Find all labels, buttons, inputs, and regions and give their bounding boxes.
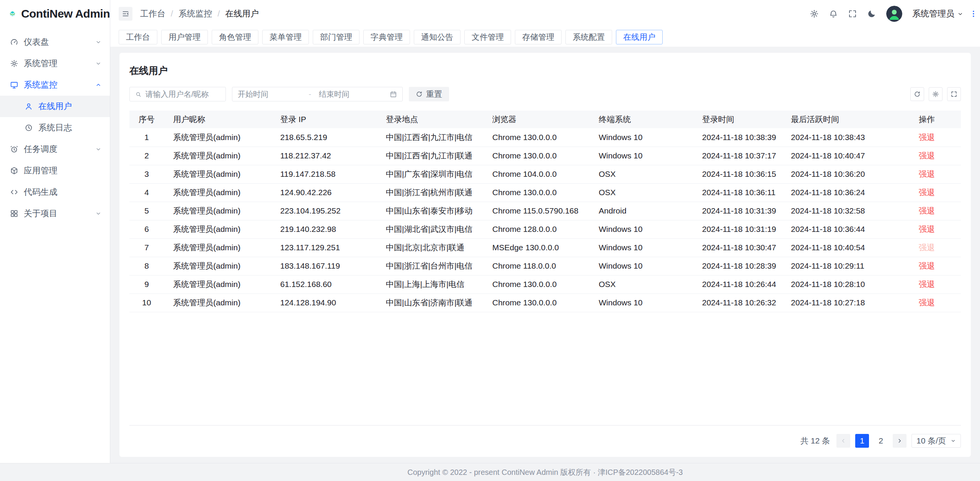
pagination-page-2[interactable]: 2 [874,434,888,448]
force-logout-link[interactable]: 强退 [919,243,935,252]
breadcrumb-item[interactable]: 工作台 [140,8,165,20]
cell-no: 5 [129,202,164,220]
sidebar-item-task-scheduling[interactable]: 任务调度 [0,139,110,160]
code-icon [10,188,18,196]
tab-10[interactable]: 在线用户 [616,30,663,44]
breadcrumb-item[interactable]: 系统监控 [178,8,212,20]
cell-action: 强退 [910,275,961,293]
column-settings-button[interactable] [929,87,942,101]
sidebar-item-system-management[interactable]: 系统管理 [0,53,110,74]
menu-fold-icon [122,10,129,18]
sidebar-item-system-monitor[interactable]: 系统监控 [0,74,110,96]
content: 在线用户 开始时间 - 结束时间 [110,47,980,463]
sidebar-item-code-generation[interactable]: 代码生成 [0,181,110,203]
force-logout-link[interactable]: 强退 [919,280,935,289]
theme-settings-button[interactable] [969,10,978,18]
pagination-prev-button[interactable] [836,434,850,448]
settings-button[interactable] [810,9,819,18]
gear-icon [810,9,819,18]
force-logout-link[interactable]: 强退 [919,133,935,142]
chevron-up-icon [95,82,101,88]
sidebar-item-label: 任务调度 [24,143,90,155]
collapse-sidebar-button[interactable] [119,7,132,21]
user-menu[interactable]: 系统管理员 [912,8,963,20]
reset-button[interactable]: 重置 [409,87,449,101]
cell-location: 中国|浙江省|台州市|电信 [377,257,483,275]
sidebar-item-online-users[interactable]: 在线用户 [0,96,110,117]
force-logout-link[interactable]: 强退 [919,298,935,307]
cell-no: 6 [129,220,164,238]
cell-browser: Chrome 130.0.0.0 [483,275,590,293]
sidebar-item-label: 系统日志 [38,122,101,134]
cell-ip: 124.128.194.90 [271,293,377,312]
cell-last_active: 2024-11-18 10:29:11 [782,257,910,275]
search-input[interactable] [145,90,220,99]
cell-nickname: 系统管理员(admin) [164,202,271,220]
force-logout-link[interactable]: 强退 [919,206,935,215]
pagination-page-1[interactable]: 1 [855,434,869,448]
breadcrumb-separator: / [217,9,220,19]
pagination-next-button[interactable] [893,434,906,448]
table-fullscreen-button[interactable] [947,87,961,101]
force-logout-link[interactable]: 强退 [919,225,935,233]
notifications-button[interactable] [829,9,838,18]
force-logout-link[interactable]: 强退 [919,170,935,178]
cell-ip: 118.212.37.42 [271,147,377,165]
tab-8[interactable]: 存储管理 [515,30,562,44]
cell-last_active: 2024-11-18 10:36:20 [782,165,910,183]
cell-browser: Chrome 104.0.0.0 [483,165,590,183]
force-logout-link[interactable]: 强退 [919,261,935,270]
sidebar-item-about-project[interactable]: 关于项目 [0,203,110,224]
cell-ip: 183.148.167.119 [271,257,377,275]
table-row: 5系统管理员(admin)223.104.195.252中国|山东省|泰安市|移… [129,202,961,220]
tab-3[interactable]: 菜单管理 [262,30,309,44]
sidebar-item-label: 关于项目 [24,208,90,219]
column-header-last-active: 最后活跃时间 [782,111,910,128]
tab-1[interactable]: 用户管理 [161,30,208,44]
refresh-icon [416,91,423,98]
cell-last_active: 2024-11-18 10:32:58 [782,202,910,220]
filter-controls: 开始时间 - 结束时间 重置 [129,87,449,101]
chevron-down-icon [95,60,101,67]
cell-nickname: 系统管理员(admin) [164,238,271,257]
tab-0[interactable]: 工作台 [119,30,157,44]
tab-6[interactable]: 通知公告 [414,30,461,44]
monitor-icon [10,81,18,89]
tab-2[interactable]: 角色管理 [212,30,258,44]
tab-7[interactable]: 文件管理 [464,30,511,44]
sidebar-item-system-logs[interactable]: 系统日志 [0,117,110,139]
table-row: 7系统管理员(admin)123.117.129.251中国|北京|北京市|联通… [129,238,961,257]
page-size-select[interactable]: 10 条/页 [911,434,961,448]
cell-location: 中国|江西省|九江市|电信 [377,128,483,147]
tab-4[interactable]: 部门管理 [313,30,359,44]
avatar[interactable] [886,6,902,22]
force-logout-link[interactable]: 强退 [919,188,935,197]
dashboard-icon [10,38,18,46]
cell-os: Windows 10 [590,147,693,165]
date-range-picker[interactable]: 开始时间 - 结束时间 [232,87,403,101]
fullscreen-button[interactable] [848,9,857,18]
cell-os: OSX [590,165,693,183]
cell-ip: 119.147.218.58 [271,165,377,183]
fullscreen-icon [848,9,857,18]
moon-icon [867,9,876,18]
cell-login_time: 2024-11-18 10:31:39 [693,202,782,220]
topbar-actions: 系统管理员 [810,6,963,22]
cell-action: 强退 [910,147,961,165]
cell-os: Windows 10 [590,128,693,147]
column-header-location: 登录地点 [377,111,483,128]
cell-browser: Chrome 128.0.0.0 [483,220,590,238]
force-logout-link[interactable]: 强退 [919,151,935,160]
dark-mode-button[interactable] [867,9,876,18]
sidebar-item-app-management[interactable]: 应用管理 [0,160,110,181]
sidebar-item-dashboard[interactable]: 仪表盘 [0,31,110,53]
refresh-table-button[interactable] [910,87,924,101]
column-header-actions: 操作 [910,111,961,128]
tab-9[interactable]: 系统配置 [565,30,612,44]
cell-location: 中国|江西省|九江市|联通 [377,147,483,165]
cell-login_time: 2024-11-18 10:38:39 [693,128,782,147]
cell-nickname: 系统管理员(admin) [164,220,271,238]
app-logo[interactable]: ContiNew Admin [0,0,110,28]
cell-browser: Chrome 130.0.0.0 [483,183,590,202]
tab-5[interactable]: 字典管理 [363,30,410,44]
